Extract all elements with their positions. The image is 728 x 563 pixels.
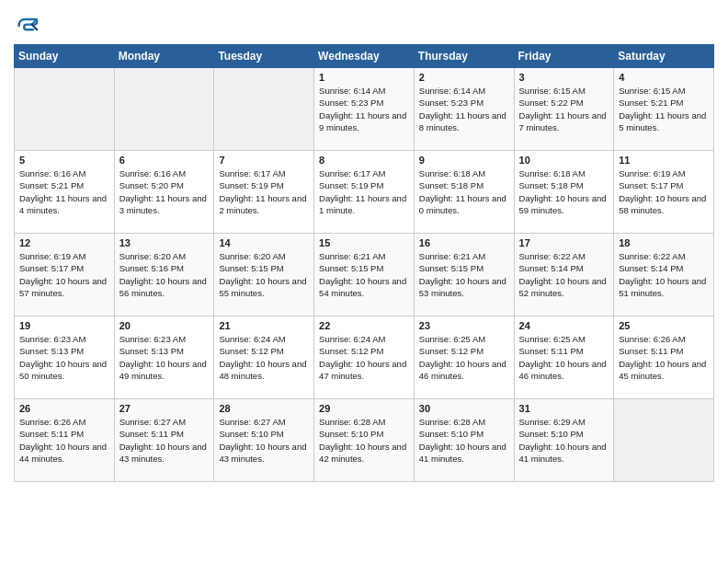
day-info: Sunrise: 6:22 AM Sunset: 5:14 PM Dayligh… [619, 250, 709, 299]
calendar-cell: 4Sunrise: 6:15 AM Sunset: 5:21 PM Daylig… [614, 68, 714, 151]
day-info: Sunrise: 6:25 AM Sunset: 5:12 PM Dayligh… [419, 333, 509, 382]
day-info: Sunrise: 6:16 AM Sunset: 5:21 PM Dayligh… [19, 167, 109, 216]
header-cell-thursday: Thursday [414, 45, 514, 68]
day-info: Sunrise: 6:22 AM Sunset: 5:14 PM Dayligh… [519, 250, 609, 299]
day-number: 29 [319, 403, 409, 414]
day-number: 12 [19, 237, 109, 248]
header-row: SundayMondayTuesdayWednesdayThursdayFrid… [15, 45, 714, 68]
day-info: Sunrise: 6:29 AM Sunset: 5:10 PM Dayligh… [519, 416, 609, 465]
day-info: Sunrise: 6:14 AM Sunset: 5:23 PM Dayligh… [319, 85, 409, 133]
calendar-cell [15, 68, 115, 151]
calendar-cell: 11Sunrise: 6:19 AM Sunset: 5:17 PM Dayli… [614, 151, 714, 234]
calendar-table: SundayMondayTuesdayWednesdayThursdayFrid… [14, 44, 714, 482]
calendar-cell: 24Sunrise: 6:25 AM Sunset: 5:11 PM Dayli… [514, 316, 614, 399]
day-info: Sunrise: 6:19 AM Sunset: 5:17 PM Dayligh… [619, 167, 709, 216]
day-info: Sunrise: 6:21 AM Sunset: 5:15 PM Dayligh… [319, 250, 409, 299]
day-number: 11 [619, 155, 709, 166]
calendar-cell: 28Sunrise: 6:27 AM Sunset: 5:10 PM Dayli… [214, 399, 314, 482]
day-number: 27 [119, 403, 210, 414]
week-row-4: 19Sunrise: 6:23 AM Sunset: 5:13 PM Dayli… [15, 316, 714, 399]
day-number: 13 [119, 237, 210, 248]
day-info: Sunrise: 6:26 AM Sunset: 5:11 PM Dayligh… [619, 333, 709, 382]
calendar-cell [114, 68, 214, 151]
day-info: Sunrise: 6:23 AM Sunset: 5:13 PM Dayligh… [119, 333, 210, 382]
calendar-cell: 12Sunrise: 6:19 AM Sunset: 5:17 PM Dayli… [15, 234, 115, 316]
calendar-cell: 1Sunrise: 6:14 AM Sunset: 5:23 PM Daylig… [314, 68, 415, 151]
day-number: 15 [319, 237, 409, 248]
day-number: 24 [519, 320, 609, 331]
day-number: 6 [119, 155, 210, 166]
day-info: Sunrise: 6:26 AM Sunset: 5:11 PM Dayligh… [19, 416, 109, 465]
calendar-cell: 3Sunrise: 6:15 AM Sunset: 5:22 PM Daylig… [514, 68, 614, 151]
day-number: 1 [319, 72, 409, 83]
calendar-cell: 15Sunrise: 6:21 AM Sunset: 5:15 PM Dayli… [314, 234, 415, 316]
calendar-cell: 7Sunrise: 6:17 AM Sunset: 5:19 PM Daylig… [214, 151, 314, 234]
day-number: 17 [519, 237, 609, 248]
day-number: 7 [219, 155, 309, 166]
day-info: Sunrise: 6:17 AM Sunset: 5:19 PM Dayligh… [219, 167, 309, 216]
day-number: 4 [619, 72, 709, 83]
day-info: Sunrise: 6:27 AM Sunset: 5:10 PM Dayligh… [219, 416, 309, 465]
calendar-cell: 17Sunrise: 6:22 AM Sunset: 5:14 PM Dayli… [514, 234, 614, 316]
calendar-cell: 14Sunrise: 6:20 AM Sunset: 5:15 PM Dayli… [214, 234, 314, 316]
day-number: 3 [519, 72, 609, 83]
header-cell-monday: Monday [114, 45, 214, 68]
day-number: 31 [519, 403, 609, 414]
day-number: 20 [119, 320, 210, 331]
calendar-body: 1Sunrise: 6:14 AM Sunset: 5:23 PM Daylig… [15, 68, 714, 482]
day-info: Sunrise: 6:14 AM Sunset: 5:23 PM Dayligh… [419, 85, 509, 133]
week-row-5: 26Sunrise: 6:26 AM Sunset: 5:11 PM Dayli… [15, 399, 714, 482]
calendar-cell: 29Sunrise: 6:28 AM Sunset: 5:10 PM Dayli… [314, 399, 415, 482]
week-row-3: 12Sunrise: 6:19 AM Sunset: 5:17 PM Dayli… [15, 234, 714, 316]
day-info: Sunrise: 6:18 AM Sunset: 5:18 PM Dayligh… [419, 167, 509, 216]
day-number: 8 [319, 155, 409, 166]
calendar-cell: 27Sunrise: 6:27 AM Sunset: 5:11 PM Dayli… [114, 399, 214, 482]
day-info: Sunrise: 6:20 AM Sunset: 5:15 PM Dayligh… [219, 250, 309, 299]
calendar-cell: 19Sunrise: 6:23 AM Sunset: 5:13 PM Dayli… [15, 316, 115, 399]
header-cell-tuesday: Tuesday [214, 45, 314, 68]
header-cell-saturday: Saturday [614, 45, 714, 68]
day-info: Sunrise: 6:17 AM Sunset: 5:19 PM Dayligh… [319, 167, 409, 216]
day-info: Sunrise: 6:20 AM Sunset: 5:16 PM Dayligh… [119, 250, 210, 299]
day-number: 14 [219, 237, 309, 248]
day-number: 26 [19, 403, 109, 414]
day-number: 2 [419, 72, 509, 83]
week-row-2: 5Sunrise: 6:16 AM Sunset: 5:21 PM Daylig… [15, 151, 714, 234]
day-info: Sunrise: 6:19 AM Sunset: 5:17 PM Dayligh… [19, 250, 109, 299]
header-cell-sunday: Sunday [15, 45, 115, 68]
day-number: 21 [219, 320, 309, 331]
day-info: Sunrise: 6:28 AM Sunset: 5:10 PM Dayligh… [319, 416, 409, 465]
day-number: 16 [419, 237, 509, 248]
day-info: Sunrise: 6:21 AM Sunset: 5:15 PM Dayligh… [419, 250, 509, 299]
calendar-cell: 21Sunrise: 6:24 AM Sunset: 5:12 PM Dayli… [214, 316, 314, 399]
calendar-cell: 10Sunrise: 6:18 AM Sunset: 5:18 PM Dayli… [514, 151, 614, 234]
day-info: Sunrise: 6:27 AM Sunset: 5:11 PM Dayligh… [119, 416, 210, 465]
day-info: Sunrise: 6:15 AM Sunset: 5:21 PM Dayligh… [619, 85, 709, 133]
calendar-cell [614, 399, 714, 482]
calendar-cell: 13Sunrise: 6:20 AM Sunset: 5:16 PM Dayli… [114, 234, 214, 316]
day-info: Sunrise: 6:25 AM Sunset: 5:11 PM Dayligh… [519, 333, 609, 382]
day-info: Sunrise: 6:28 AM Sunset: 5:10 PM Dayligh… [419, 416, 509, 465]
logo [14, 13, 43, 39]
header-cell-friday: Friday [514, 45, 614, 68]
day-info: Sunrise: 6:18 AM Sunset: 5:18 PM Dayligh… [519, 167, 609, 216]
day-number: 22 [319, 320, 409, 331]
day-number: 30 [419, 403, 509, 414]
week-row-1: 1Sunrise: 6:14 AM Sunset: 5:23 PM Daylig… [15, 68, 714, 151]
day-number: 10 [519, 155, 609, 166]
calendar-header: SundayMondayTuesdayWednesdayThursdayFrid… [15, 45, 714, 68]
day-number: 28 [219, 403, 309, 414]
calendar-cell: 8Sunrise: 6:17 AM Sunset: 5:19 PM Daylig… [314, 151, 415, 234]
header-cell-wednesday: Wednesday [314, 45, 415, 68]
day-number: 5 [19, 155, 109, 166]
day-info: Sunrise: 6:15 AM Sunset: 5:22 PM Dayligh… [519, 85, 609, 133]
day-info: Sunrise: 6:24 AM Sunset: 5:12 PM Dayligh… [219, 333, 309, 382]
day-number: 18 [619, 237, 709, 248]
day-info: Sunrise: 6:24 AM Sunset: 5:12 PM Dayligh… [319, 333, 409, 382]
calendar-cell: 18Sunrise: 6:22 AM Sunset: 5:14 PM Dayli… [614, 234, 714, 316]
calendar-cell: 20Sunrise: 6:23 AM Sunset: 5:13 PM Dayli… [114, 316, 214, 399]
logo-icon [14, 13, 40, 39]
day-number: 9 [419, 155, 509, 166]
calendar-cell: 2Sunrise: 6:14 AM Sunset: 5:23 PM Daylig… [414, 68, 514, 151]
calendar-cell: 25Sunrise: 6:26 AM Sunset: 5:11 PM Dayli… [614, 316, 714, 399]
